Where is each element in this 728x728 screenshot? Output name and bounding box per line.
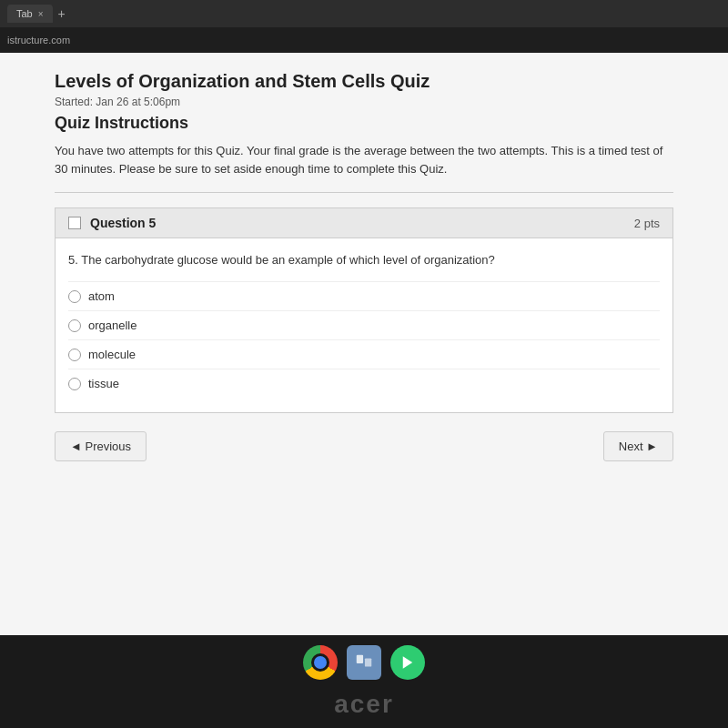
nav-buttons: ◄ Previous Next ► (55, 431, 673, 470)
tab-close-button[interactable]: × (38, 9, 44, 19)
acer-brand: acer (334, 690, 394, 728)
question-container: Question 5 2 pts 5. The carbohydrate glu… (55, 207, 673, 413)
answer-text-molecule: molecule (88, 348, 136, 361)
question-checkbox[interactable] (68, 217, 81, 229)
files-icon[interactable] (347, 645, 381, 680)
question-label: Question 5 (90, 216, 156, 230)
question-body: 5. The carbohydrate glucose would be an … (56, 238, 672, 412)
tab-title: Tab (16, 8, 33, 19)
answer-option-organelle[interactable]: organelle (68, 310, 660, 339)
radio-tissue[interactable] (68, 378, 81, 390)
url-text: istructure.com (7, 35, 70, 46)
page-content: Levels of Organization and Stem Cells Qu… (0, 53, 728, 635)
svg-rect-0 (357, 655, 363, 663)
instructions-heading: Quiz Instructions (55, 114, 673, 133)
taskbar (0, 635, 728, 690)
answer-text-organelle: organelle (88, 318, 137, 332)
radio-atom[interactable] (68, 290, 81, 303)
previous-button[interactable]: ◄ Previous (55, 431, 147, 461)
quiz-started: Started: Jan 26 at 5:06pm (55, 96, 673, 108)
question-text: 5. The carbohydrate glucose would be an … (68, 253, 660, 267)
chrome-icon[interactable] (303, 645, 338, 680)
play-icon[interactable] (390, 645, 425, 680)
radio-molecule[interactable] (68, 349, 81, 361)
question-pts: 2 pts (634, 217, 660, 230)
question-header-left: Question 5 (68, 216, 156, 230)
browser-bar: Tab × + (0, 0, 728, 27)
url-bar: istructure.com (0, 27, 728, 53)
new-tab-button[interactable]: + (58, 6, 66, 21)
answer-option-tissue[interactable]: tissue (68, 369, 660, 398)
answer-text-tissue: tissue (88, 377, 119, 390)
quiz-description: You have two attempts for this Quiz. You… (55, 142, 673, 177)
next-button[interactable]: Next ► (603, 431, 673, 461)
answer-option-molecule[interactable]: molecule (68, 339, 660, 369)
answer-option-atom[interactable]: atom (68, 281, 660, 310)
radio-organelle[interactable] (68, 319, 81, 332)
divider (55, 192, 673, 193)
browser-tab[interactable]: Tab × (7, 5, 53, 23)
question-header: Question 5 2 pts (56, 208, 672, 238)
answer-text-atom: atom (88, 289, 115, 303)
svg-rect-1 (365, 658, 371, 666)
quiz-title: Levels of Organization and Stem Cells Qu… (55, 71, 673, 92)
svg-marker-2 (403, 656, 413, 669)
